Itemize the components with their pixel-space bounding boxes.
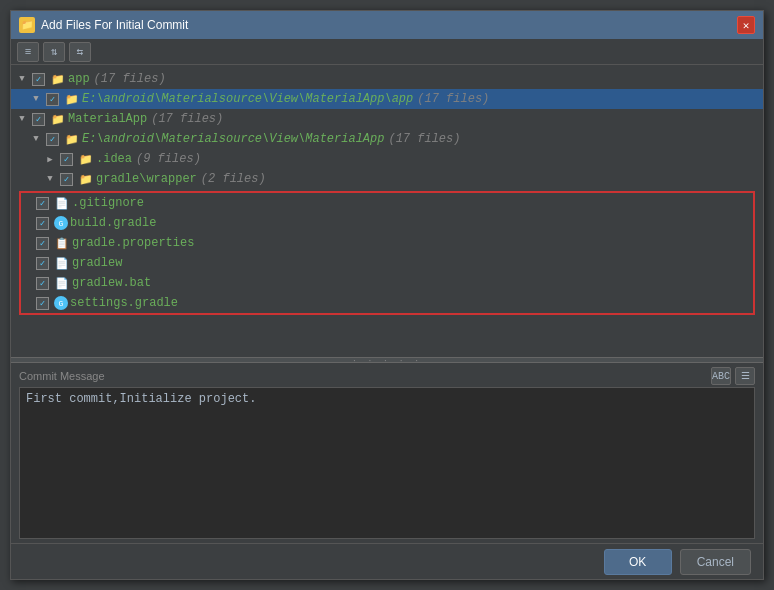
tree-item-gradle-props[interactable]: 📋 gradle.properties bbox=[21, 233, 753, 253]
gradle-icon-settings: G bbox=[54, 296, 68, 310]
expand-arrow-idea[interactable] bbox=[43, 152, 57, 166]
tree-item-idea[interactable]: .idea (9 files) bbox=[11, 149, 763, 169]
folder-icon-app-path bbox=[64, 91, 80, 107]
plain-file-icon-gradlew-bat bbox=[54, 275, 70, 291]
dialog-title: Add Files For Initial Commit bbox=[41, 18, 188, 32]
tree-item-app-path[interactable]: E:\android\Materialsource\View\MaterialA… bbox=[11, 89, 763, 109]
folder-icon-app bbox=[50, 71, 66, 87]
tree-label-gradlew: gradlew bbox=[72, 256, 122, 270]
abc-icon: ABC bbox=[712, 371, 730, 382]
tree-item-gradlew-bat[interactable]: gradlew.bat bbox=[21, 273, 753, 293]
folder-icon-gradle-wrapper bbox=[78, 171, 94, 187]
checkbox-gradle-props[interactable] bbox=[36, 237, 49, 250]
tree-label-materialapp-path: E:\android\Materialsource\View\MaterialA… bbox=[82, 132, 384, 146]
tree-label-app: app bbox=[68, 72, 90, 86]
gradle-icon-build: G bbox=[54, 216, 68, 230]
dialog: 📁 Add Files For Initial Commit ✕ ≡ ⇅ ⇆ a… bbox=[10, 10, 764, 580]
tree-label-gradle-wrapper: gradle\wrapper bbox=[96, 172, 197, 186]
highlighted-files-section: .gitignore G build.gradle 📋 gradle.prope… bbox=[19, 191, 755, 315]
tree-item-settings-gradle[interactable]: G settings.gradle bbox=[21, 293, 753, 313]
commit-section: Commit Message ABC ☰ bbox=[11, 363, 763, 543]
bottom-bar: OK Cancel bbox=[11, 543, 763, 579]
list-icon: ≡ bbox=[25, 46, 32, 58]
content-area: app (17 files) E:\android\Materialsource… bbox=[11, 65, 763, 543]
expand-arrow-materialapp-path[interactable] bbox=[29, 132, 43, 146]
checkbox-gitignore[interactable] bbox=[36, 197, 49, 210]
tree-count-materialapp-path: (17 files) bbox=[388, 132, 460, 146]
checkbox-materialapp[interactable] bbox=[32, 113, 45, 126]
checkbox-app[interactable] bbox=[32, 73, 45, 86]
tree-label-gitignore: .gitignore bbox=[72, 196, 144, 210]
folder-icon-materialapp-path bbox=[64, 131, 80, 147]
commit-icons: ABC ☰ bbox=[711, 367, 755, 385]
close-button[interactable]: ✕ bbox=[737, 16, 755, 34]
tree-count-app: (17 files) bbox=[94, 72, 166, 86]
tree-item-build-gradle[interactable]: G build.gradle bbox=[21, 213, 753, 233]
sort-icon: ⇅ bbox=[51, 45, 58, 58]
tree-label-settings-gradle: settings.gradle bbox=[70, 296, 178, 310]
checkbox-gradle-wrapper[interactable] bbox=[60, 173, 73, 186]
checkbox-idea[interactable] bbox=[60, 153, 73, 166]
swap-icon: ⇆ bbox=[77, 45, 84, 58]
checkbox-app-path[interactable] bbox=[46, 93, 59, 106]
folder-icon-materialapp bbox=[50, 111, 66, 127]
plain-file-icon-gitignore bbox=[54, 195, 70, 211]
expand-arrow-app[interactable] bbox=[15, 72, 29, 86]
props-icon: 📋 bbox=[54, 235, 70, 251]
ok-button[interactable]: OK bbox=[604, 549, 672, 575]
expand-arrow-app-path[interactable] bbox=[29, 92, 43, 106]
title-bar: 📁 Add Files For Initial Commit ✕ bbox=[11, 11, 763, 39]
commit-list-button[interactable]: ☰ bbox=[735, 367, 755, 385]
tree-item-materialapp[interactable]: MaterialApp (17 files) bbox=[11, 109, 763, 129]
tree-count-app-path: (17 files) bbox=[417, 92, 489, 106]
file-tree[interactable]: app (17 files) E:\android\Materialsource… bbox=[11, 65, 763, 357]
commit-textarea[interactable] bbox=[19, 387, 755, 539]
toolbar-btn-1[interactable]: ≡ bbox=[17, 42, 39, 62]
cancel-button[interactable]: Cancel bbox=[680, 549, 751, 575]
title-bar-left: 📁 Add Files For Initial Commit bbox=[19, 17, 188, 33]
dialog-icon: 📁 bbox=[19, 17, 35, 33]
checkbox-gradlew-bat[interactable] bbox=[36, 277, 49, 290]
expand-arrow-gradle-wrapper[interactable] bbox=[43, 172, 57, 186]
checkbox-settings-gradle[interactable] bbox=[36, 297, 49, 310]
tree-label-idea: .idea bbox=[96, 152, 132, 166]
checkbox-materialapp-path[interactable] bbox=[46, 133, 59, 146]
tree-item-gradle-wrapper[interactable]: gradle\wrapper (2 files) bbox=[11, 169, 763, 189]
toolbar-btn-2[interactable]: ⇅ bbox=[43, 42, 65, 62]
toolbar: ≡ ⇅ ⇆ bbox=[11, 39, 763, 65]
commit-message-label: Commit Message bbox=[19, 370, 105, 382]
tree-item-app[interactable]: app (17 files) bbox=[11, 69, 763, 89]
commit-header: Commit Message ABC ☰ bbox=[11, 363, 763, 387]
tree-label-app-path: E:\android\Materialsource\View\MaterialA… bbox=[82, 92, 413, 106]
plain-file-icon-gradlew bbox=[54, 255, 70, 271]
tree-label-build-gradle: build.gradle bbox=[70, 216, 156, 230]
tree-label-materialapp: MaterialApp bbox=[68, 112, 147, 126]
tree-item-materialapp-path[interactable]: E:\android\Materialsource\View\MaterialA… bbox=[11, 129, 763, 149]
tree-count-materialapp: (17 files) bbox=[151, 112, 223, 126]
tree-label-gradlew-bat: gradlew.bat bbox=[72, 276, 151, 290]
commit-abc-button[interactable]: ABC bbox=[711, 367, 731, 385]
folder-icon-idea bbox=[78, 151, 94, 167]
tree-count-gradle-wrapper: (2 files) bbox=[201, 172, 266, 186]
checkbox-build-gradle[interactable] bbox=[36, 217, 49, 230]
tree-count-idea: (9 files) bbox=[136, 152, 201, 166]
toolbar-btn-3[interactable]: ⇆ bbox=[69, 42, 91, 62]
tree-item-gradlew[interactable]: gradlew bbox=[21, 253, 753, 273]
expand-arrow-materialapp[interactable] bbox=[15, 112, 29, 126]
tree-item-gitignore[interactable]: .gitignore bbox=[21, 193, 753, 213]
list-icon-commit: ☰ bbox=[741, 370, 750, 382]
tree-label-gradle-props: gradle.properties bbox=[72, 236, 194, 250]
checkbox-gradlew[interactable] bbox=[36, 257, 49, 270]
